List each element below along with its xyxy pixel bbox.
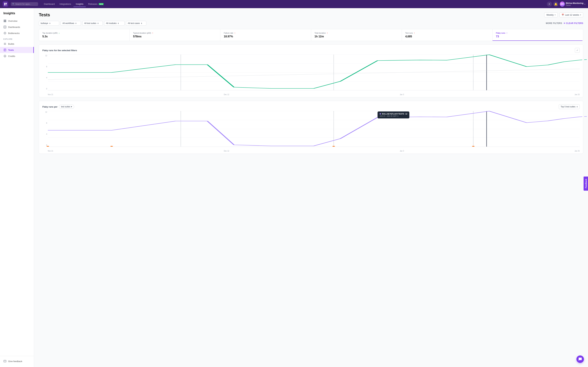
user-menu[interactable]: BM Bitrise-Monitoring Owner ▾	[560, 1, 585, 7]
tests-icon	[3, 49, 7, 51]
svg-rect-1	[6, 3, 7, 4]
x-label-jan25: Jan 25	[575, 94, 580, 95]
user-name: Bitrise-Monitoring	[566, 2, 583, 4]
top-duration-trend-icon: ↓	[59, 32, 60, 34]
svg-line-24	[5, 361, 6, 361]
chart1-container: 12 8 4 0	[42, 55, 580, 95]
metrics-row: Top duration (p90) ↓ 5.3s Typical durati…	[39, 29, 583, 41]
chart2-section: Flaky runs per test suites ▾ Top 5 test …	[39, 101, 583, 154]
metric-test-runs[interactable]: Test runs ↑ 4,685	[402, 29, 493, 41]
metric-top-duration-label: Top duration (p90)	[42, 32, 58, 34]
sidebar-item-tests[interactable]: Tests	[0, 47, 34, 53]
chart2-top-select[interactable]: Top 5 test suites ⬍	[559, 104, 580, 109]
avatar: BM	[560, 1, 565, 7]
filter-app[interactable]: bullseye ⬍	[39, 21, 59, 26]
metric-typical-duration[interactable]: Typical duration (p50) ↑ 578ms	[130, 29, 220, 41]
metric-flaky-runs[interactable]: Flaky runs ↑ 73	[493, 29, 583, 41]
x2-label-jan3: Jan 3	[400, 150, 404, 152]
range-dropdown[interactable]: 📅 Last 12 weeks ▾	[559, 12, 583, 17]
sidebar-item-dashboards[interactable]: Dashboards	[0, 24, 34, 30]
expand-icon: ⤢	[576, 49, 578, 51]
sidebar-bottom: Give feedback	[0, 356, 34, 364]
sidebar-item-bottlenecks[interactable]: Bottlenecks	[0, 30, 34, 36]
add-button[interactable]: +	[547, 1, 552, 7]
chart2-svg	[48, 111, 580, 147]
chart1-title: Flaky runs for the selected filters	[42, 49, 77, 52]
top-select-chevron-icon: ⬍	[576, 106, 578, 108]
builds-icon	[3, 42, 7, 45]
sidebar-item-credits[interactable]: $ Credits	[0, 53, 34, 59]
bell-icon[interactable]: 🔔	[553, 1, 558, 7]
svg-point-47	[472, 146, 475, 147]
module-filter-chevron-icon: ⬍	[118, 22, 119, 24]
chart1-expand-button[interactable]: ⤢	[575, 48, 580, 53]
feedback-tab[interactable]: Feedback	[583, 176, 588, 191]
period-dropdown[interactable]: Weekly ▾	[544, 12, 558, 17]
x2-label-dec12: Dec 12	[224, 150, 229, 152]
nav-insights[interactable]: Insights	[73, 1, 86, 7]
y2-label-4: 4	[46, 133, 47, 135]
metric-total-duration-label: Total duration	[315, 32, 326, 34]
y-label-4: 4	[46, 77, 47, 79]
chart2-per-select[interactable]: test suites ▾	[59, 105, 74, 109]
svg-rect-3	[6, 4, 7, 5]
y2-label-0: 0	[46, 144, 47, 146]
clear-filters-button[interactable]: ✕ CLEAR FILTERS	[563, 22, 583, 25]
chart2-controls: Flaky runs per test suites ▾	[42, 105, 74, 109]
x-label-dec12: Dec 12	[224, 94, 229, 95]
calendar-icon: 📅	[562, 14, 564, 16]
metric-top-duration-value: 5.3s	[42, 35, 126, 38]
filter-module[interactable]: All modules ⬍	[104, 21, 125, 26]
svg-rect-2	[4, 4, 5, 5]
more-filters-button[interactable]: MORE FILTERS	[546, 22, 562, 25]
sidebar-dashboards-label: Dashboards	[8, 26, 20, 28]
search-icon: 🔍	[12, 3, 15, 5]
search-input[interactable]	[11, 2, 38, 6]
page-header: Tests Weekly ▾ 📅 Last 12 weeks ▾	[39, 12, 583, 17]
filter-workflow[interactable]: All workflows ⬍	[61, 21, 81, 26]
metric-top-duration[interactable]: Top duration (p90) ↓ 5.3s	[39, 29, 130, 41]
svg-point-44	[46, 146, 49, 147]
y-label-12: 12	[45, 55, 47, 57]
new-badge: NEW	[99, 3, 104, 5]
topnav-right: + 🔔 BM Bitrise-Monitoring Owner ▾	[547, 1, 585, 7]
sidebar-tests-label: Tests	[8, 49, 14, 51]
sidebar-item-feedback[interactable]: Give feedback	[0, 358, 34, 364]
chart1-section: Flaky runs for the selected filters ⤢ 12…	[39, 44, 583, 97]
sidebar-credits-label: Credits	[8, 55, 15, 58]
sidebar: Insights Overview Dashboards	[0, 8, 34, 367]
filter-suite[interactable]: All test suites ⬍	[82, 21, 103, 26]
svg-rect-0	[4, 3, 5, 4]
x2-label-nov21: Nov 21	[48, 150, 53, 152]
chart2-area: BULLSEYEFLAKYTESTS 12 JAN 23 - JAN 30 GM…	[48, 111, 580, 147]
svg-rect-5	[5, 20, 6, 21]
nav-integrations[interactable]: Integrations	[57, 1, 73, 7]
chart2-x-labels: Nov 21 Dec 12 Jan 3 Jan 25	[48, 150, 580, 152]
nav-releases[interactable]: Releases NEW	[86, 1, 106, 7]
suite-filter-chevron-icon: ⬍	[97, 22, 99, 24]
x2-label-jan25: Jan 25	[575, 150, 580, 152]
metric-failure-rate-value: 18.97%	[224, 35, 307, 38]
y2-label-8: 8	[46, 122, 47, 124]
svg-rect-7	[5, 21, 6, 22]
filter-case[interactable]: All test cases ⬍	[126, 21, 146, 26]
grid-icon	[3, 19, 7, 22]
svg-point-12	[5, 33, 5, 33]
sidebar-item-overview[interactable]: Overview	[0, 18, 34, 24]
filters-bar: bullseye ⬍ All workflows ⬍ All test suit…	[39, 21, 583, 26]
per-select-chevron-icon: ▾	[71, 106, 72, 108]
nav-dashboard[interactable]: Dashboard	[42, 1, 57, 7]
sidebar-overview-label: Overview	[8, 20, 17, 22]
sidebar-builds-label: Builds	[8, 43, 14, 45]
metric-total-duration[interactable]: Total duration ↑ 1h 12m	[311, 29, 402, 41]
main-content: Tests Weekly ▾ 📅 Last 12 weeks ▾ bullsey…	[34, 8, 588, 367]
app-logo[interactable]	[3, 1, 8, 7]
metric-failure-rate[interactable]: Failure rate ↑ 18.97%	[220, 29, 311, 41]
metric-total-duration-value: 1h 12m	[315, 35, 398, 38]
chart1-svg	[48, 55, 580, 90]
page-title: Tests	[39, 12, 50, 17]
bottleneck-icon	[3, 32, 7, 35]
chat-button[interactable]	[576, 355, 584, 363]
header-controls: Weekly ▾ 📅 Last 12 weeks ▾	[544, 12, 583, 17]
sidebar-item-builds[interactable]: Builds	[0, 41, 34, 47]
